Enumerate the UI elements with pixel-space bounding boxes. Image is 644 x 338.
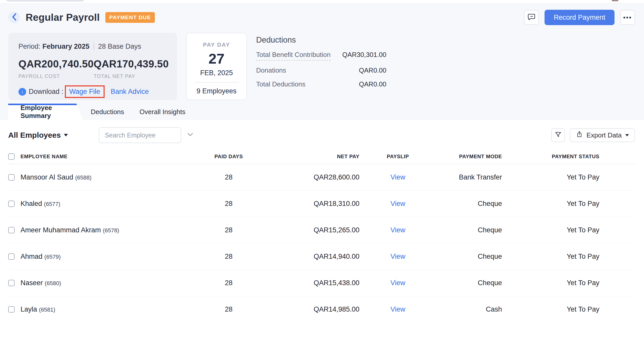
tab-deductions[interactable]: Deductions [83,104,132,120]
base-days: 28 Base Days [98,43,141,51]
deduction-label[interactable]: Total Benefit Contribution [256,51,331,61]
more-actions-button[interactable]: ••• [620,10,635,25]
payment-status: Yet To Pay [502,226,599,234]
page-header-region: Regular Payroll PAYMENT DUE Record Payme… [0,4,644,120]
employee-name[interactable]: Layla (6581) [21,305,206,313]
table-row: Ahmad (6579) 28 QAR14,940.00 View Cheque… [8,243,635,270]
export-label: Export Data [587,131,622,139]
col-net-pay: NET PAY [252,154,359,160]
period-label: Period: [18,43,41,51]
row-checkbox[interactable] [8,280,15,286]
view-payslip-link[interactable]: View [390,173,405,181]
chat-bubble-icon [527,13,536,22]
view-payslip-link[interactable]: View [390,253,405,260]
payment-mode: Cheque [436,279,502,287]
payment-status: Yet To Pay [502,173,599,181]
payment-mode: Cash [436,305,502,313]
caret-down-icon [64,134,68,136]
net-pay: QAR28,600.00 [252,173,359,181]
view-payslip-link[interactable]: View [390,279,405,287]
col-paid-days: PAID DAYS [206,154,252,160]
tab-bar: Employee Summary Deductions Overall Insi… [0,104,644,120]
employee-search[interactable] [99,127,181,143]
view-payslip-link[interactable]: View [390,305,405,313]
paid-days: 28 [206,226,252,234]
divider [195,82,239,83]
col-employee-name: EMPLOYEE NAME [21,154,206,160]
page-title: Regular Payroll [26,12,100,23]
payday-label: PAY DAY [187,42,246,48]
chevron-down-icon [187,133,193,137]
search-input[interactable] [105,132,187,139]
row-checkbox[interactable] [8,253,15,260]
tab-employee-summary[interactable]: Employee Summary [8,104,83,120]
deductions-title: Deductions [256,35,386,45]
employee-name[interactable]: Ahmad (6579) [21,253,206,261]
tab-overall-insights[interactable]: Overall Insights [132,104,193,120]
total-net-pay-value: QAR170,439.50 [94,58,169,70]
payday-day: 27 [187,50,246,67]
deductions-summary: Deductions Total Benefit Contribution QA… [256,33,386,100]
employee-name[interactable]: Mansoor Al Saud (6588) [21,173,206,181]
all-employees-dropdown[interactable]: All Employees [8,131,68,140]
net-pay: QAR18,310.00 [252,200,359,208]
chevron-left-icon [12,13,17,22]
employee-toolbar: All Employees Export Data [0,120,644,149]
period-value: February 2025 [43,43,89,51]
net-pay: QAR14,940.00 [252,253,359,261]
table-header-row: EMPLOYEE NAME PAID DAYS NET PAY PAYSLIP … [8,149,635,164]
view-payslip-link[interactable]: View [390,226,405,234]
deduction-label: Donations [256,66,286,74]
row-checkbox[interactable] [8,174,15,181]
payroll-cost-value: QAR200,740.50 [18,58,94,70]
period-card: Period: February 2025 28 Base Days QAR20… [8,33,177,100]
payment-status: Yet To Pay [502,279,599,287]
select-all-checkbox[interactable] [8,153,15,160]
filter-button[interactable] [551,128,565,142]
download-label: Download : [29,88,63,96]
comments-button[interactable] [524,10,539,25]
employee-name[interactable]: Ameer Muhammad Akram (6578) [21,226,206,234]
net-pay: QAR14,985.00 [252,305,359,313]
col-payment-mode: PAYMENT MODE [436,154,502,160]
bank-advice-link[interactable]: Bank Advice [111,88,149,96]
wage-file-link[interactable]: Wage File [69,88,100,95]
employee-code: (6588) [75,174,92,181]
net-pay: QAR15,265.00 [252,226,359,234]
browser-strip [0,0,644,4]
table-row: Naseer (6580) 28 QAR15,438.00 View Chequ… [8,270,635,296]
employee-code: (6581) [39,306,55,313]
employee-code: (6580) [45,280,61,286]
payment-mode: Bank Transfer [436,173,502,181]
employee-code: (6577) [44,201,61,207]
table-row: Layla (6581) 28 QAR14,985.00 View Cash Y… [8,296,635,323]
paid-days: 28 [206,173,252,181]
row-checkbox[interactable] [8,201,15,207]
payment-due-badge: PAYMENT DUE [105,12,155,23]
browser-tab-remnant [6,0,84,2]
record-payment-button[interactable]: Record Payment [545,10,615,25]
row-checkbox[interactable] [8,227,15,233]
employee-name[interactable]: Naseer (6580) [21,279,206,287]
deduction-value: QAR30,301.00 [342,51,386,59]
paid-days: 28 [206,253,252,261]
browser-favicon-remnant [612,0,618,1]
deduction-value: QAR0.00 [359,80,386,88]
employee-name[interactable]: Khaled (6577) [21,200,206,208]
payday-date: FEB, 2025 [187,69,246,77]
col-payment-status: PAYMENT STATUS [502,154,599,160]
export-icon [576,131,583,140]
table-row: Mansoor Al Saud (6588) 28 QAR28,600.00 V… [8,164,635,191]
app-header: Regular Payroll PAYMENT DUE Record Payme… [0,4,644,30]
tab-content: All Employees Export Data [0,120,644,324]
total-net-pay-label: TOTAL NET PAY [94,73,169,79]
col-payslip: PAYSLIP [359,154,436,160]
funnel-icon [554,131,562,140]
divider [94,43,94,50]
view-payslip-link[interactable]: View [390,200,405,207]
back-button[interactable] [8,12,20,23]
export-data-button[interactable]: Export Data [570,128,635,142]
summary-row: Period: February 2025 28 Base Days QAR20… [0,30,644,100]
row-checkbox[interactable] [8,306,15,313]
caret-down-icon [625,134,629,136]
